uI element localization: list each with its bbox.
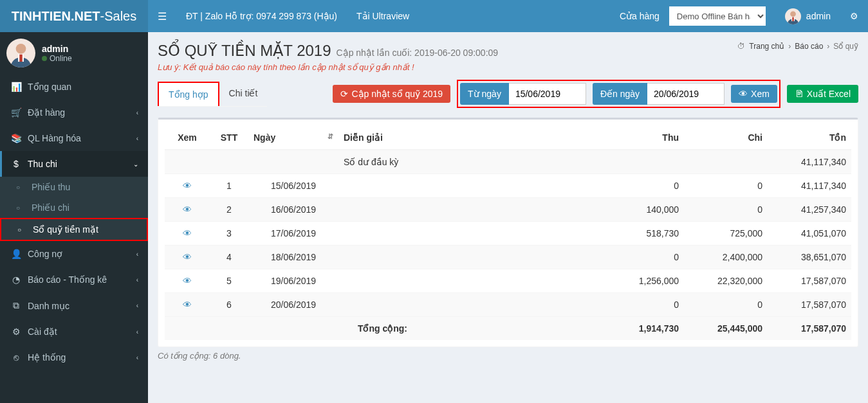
pie-icon: ◔ xyxy=(10,274,23,285)
avatar-icon xyxy=(785,8,801,24)
chevron-icon: ‹ xyxy=(136,109,138,116)
table-row: 👁620/06/20190017,587,070 xyxy=(165,293,851,317)
col-thu[interactable]: Thu xyxy=(600,126,684,150)
page-title: SỔ QUỸ TIỀN MẶT 2019 xyxy=(158,42,331,60)
sidebar-subitem-phi-u-thu[interactable]: ○Phiếu thu xyxy=(0,177,148,197)
avatar-icon xyxy=(6,39,35,67)
view-row-icon[interactable]: 👁 xyxy=(183,300,192,310)
sidebar-item--t-h-ng[interactable]: 🛒Đặt hàng‹ xyxy=(0,100,148,125)
breadcrumb-reports[interactable]: Báo cáo xyxy=(795,42,823,51)
view-row-icon[interactable]: 👁 xyxy=(183,276,192,286)
breadcrumb-current: Sổ quỹ xyxy=(833,42,858,51)
sidebar-subitem-s-qu-ti-n-m-t[interactable]: ○Sổ quỹ tiền mặt xyxy=(0,218,148,241)
sidebar-toggle[interactable]: ☰ xyxy=(148,10,176,22)
table-row: 👁115/06/20190041,117,340 xyxy=(165,174,851,198)
user-status: Online xyxy=(42,54,72,63)
chevron-icon: ‹ xyxy=(136,302,138,309)
eye-icon: 👁 xyxy=(739,89,748,99)
tab-summary[interactable]: Tổng hợp xyxy=(158,82,219,106)
table-row: 👁418/06/201902,400,00038,651,070 xyxy=(165,246,851,269)
col-chi[interactable]: Chi xyxy=(684,126,768,150)
warning-note: Lưu ý: Kết quả báo cáo này tính theo lần… xyxy=(158,62,498,72)
store-select[interactable]: Demo Offline Bán hàr xyxy=(669,6,766,26)
package-icon: 📚 xyxy=(10,133,23,143)
user-icon: 👤 xyxy=(10,249,23,259)
col-view[interactable]: Xem xyxy=(165,126,210,150)
chevron-icon: ⌄ xyxy=(133,161,138,168)
circle-icon: ○ xyxy=(16,184,26,191)
sidebar-item-ql-h-ng-h-a[interactable]: 📚QL Hàng hóa‹ xyxy=(0,125,148,151)
col-ton[interactable]: Tồn xyxy=(768,126,851,150)
user-panel: admin Online xyxy=(0,32,148,74)
sidebar-item-t-ng-quan[interactable]: 📊Tổng quan xyxy=(0,74,148,100)
user-name: admin xyxy=(42,44,72,54)
store-label: Cửa hàng xyxy=(610,0,669,32)
view-button[interactable]: 👁 Xem xyxy=(731,85,777,103)
svg-point-0 xyxy=(790,11,796,17)
download-ultraview-link[interactable]: Tải Ultraview xyxy=(347,0,419,32)
money-icon: $ xyxy=(10,159,23,169)
view-row-icon[interactable]: 👁 xyxy=(183,252,192,262)
circle-icon: ○ xyxy=(16,204,26,211)
opening-balance-row: Số dư đầu kỳ 41,117,340 xyxy=(165,150,851,174)
sidebar-item-c-i-t[interactable]: ⚙Cài đặt‹ xyxy=(0,319,148,345)
chevron-icon: ‹ xyxy=(136,135,138,142)
svg-rect-2 xyxy=(792,17,794,21)
view-row-icon[interactable]: 👁 xyxy=(183,228,192,238)
from-date-label: Từ ngày xyxy=(460,83,509,105)
totals-row: Tổng cộng: 1,914,730 25,445,000 17,587,0… xyxy=(165,317,851,341)
copy-icon: ⧉ xyxy=(10,300,23,311)
support-info: ĐT | Zalo Hỗ trợ: 0974 299 873 (Hậu) xyxy=(176,0,347,32)
chevron-icon: ‹ xyxy=(136,276,138,283)
to-date-input[interactable] xyxy=(647,83,725,105)
gear-icon: ⚙ xyxy=(10,327,23,337)
exit-icon: ⎋ xyxy=(10,352,23,363)
col-date[interactable]: Ngày ⇵ xyxy=(248,126,338,150)
user-menu[interactable]: admin xyxy=(775,0,840,32)
username-label: admin xyxy=(806,11,831,21)
chevron-icon: ‹ xyxy=(136,251,138,258)
excel-icon: 🖹 xyxy=(795,89,804,99)
sidebar-item-b-o-c-o-th-ng-k-[interactable]: ◔Báo cáo - Thống kê‹ xyxy=(0,267,148,292)
to-date-label: Đến ngày xyxy=(593,83,647,105)
row-count-note: Có tổng cộng: 6 dòng. xyxy=(158,351,858,361)
sidebar-item-danh-m-c[interactable]: ⧉Danh mục‹ xyxy=(0,292,148,319)
sidebar-item-thu-chi[interactable]: $Thu chi⌄ xyxy=(0,151,148,177)
circle-icon: ○ xyxy=(17,226,28,233)
brand-logo[interactable]: TINHTIEN.NET-Sales xyxy=(0,0,148,32)
settings-gear-icon[interactable]: ⚙ xyxy=(840,0,868,32)
from-date-input[interactable] xyxy=(509,83,586,105)
page-subtitle: Cập nhật lần cuối: 2019-06-20 09:00:09 xyxy=(337,48,499,58)
export-excel-button[interactable]: 🖹 Xuất Excel xyxy=(787,85,858,103)
sidebar-subitem-phi-u-chi[interactable]: ○Phiếu chi xyxy=(0,197,148,218)
svg-point-3 xyxy=(16,44,26,54)
sidebar-item-c-ng-n-[interactable]: 👤Công nợ‹ xyxy=(0,241,148,267)
dashboard-icon: 📊 xyxy=(10,82,23,92)
svg-rect-5 xyxy=(19,55,23,62)
view-row-icon[interactable]: 👁 xyxy=(183,181,192,191)
tab-detail[interactable]: Chi tiết xyxy=(219,82,268,106)
col-desc[interactable]: Diễn giải xyxy=(338,126,600,150)
sort-icon: ⇵ xyxy=(328,132,333,141)
refresh-ledger-button[interactable]: ⟳ Cập nhật sổ quỹ 2019 xyxy=(333,85,450,103)
chevron-icon: ‹ xyxy=(136,354,138,361)
cart-icon: 🛒 xyxy=(10,107,23,118)
col-stt[interactable]: STT xyxy=(210,126,248,150)
table-row: 👁216/06/2019140,000041,257,340 xyxy=(165,198,851,222)
breadcrumb: ⏱ Trang chủ › Báo cáo › Sổ quỹ xyxy=(737,42,858,51)
sidebar-item-h-th-ng[interactable]: ⎋Hệ thống‹ xyxy=(0,345,148,370)
refresh-icon: ⟳ xyxy=(340,89,348,99)
chevron-icon: ‹ xyxy=(136,328,138,336)
table-row: 👁519/06/20191,256,00022,320,00017,587,07… xyxy=(165,269,851,293)
table-row: 👁317/06/2019518,730725,00041,051,070 xyxy=(165,222,851,246)
dashboard-icon: ⏱ xyxy=(737,42,745,51)
view-row-icon[interactable]: 👁 xyxy=(183,204,192,215)
breadcrumb-home[interactable]: Trang chủ xyxy=(749,42,784,51)
